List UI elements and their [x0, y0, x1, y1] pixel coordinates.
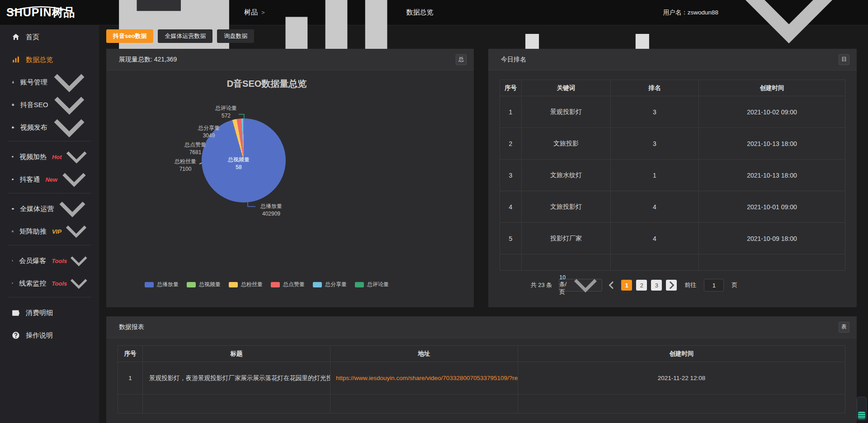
chevron-down-icon: [67, 249, 91, 273]
pie-label-value: 58: [228, 164, 250, 171]
goto-page-input[interactable]: [704, 279, 724, 291]
report-panel-header: 数据报表 表: [106, 316, 857, 338]
sidebar-item-matrix-boost[interactable]: 矩阵助推VIP: [0, 222, 99, 240]
sidebar-item-douketong[interactable]: 抖客通New: [0, 170, 99, 188]
table-cell: 2021-10-13 18:00: [699, 160, 845, 191]
grid-icon: [12, 230, 14, 232]
table-row: 1景观投影灯，夜游景观投影灯厂家展示展示落花灯在花园里的灯光投影应用效果 #ht…: [118, 362, 845, 395]
sidebar-item-label: 首页: [26, 33, 39, 42]
sidebar-item-label: 全媒体运营: [20, 205, 54, 213]
day-badge-button[interactable]: 日: [839, 54, 849, 65]
pie-label-fans: 总粉丝量 7100: [175, 158, 196, 173]
table-header-cell: 排名: [611, 80, 699, 96]
tabs: 抖音seo数据全媒体运营数据询盘数据: [106, 29, 857, 43]
table-header-cell: 创建时间: [518, 346, 845, 362]
legend-chip: [187, 282, 196, 287]
table-cell: 4: [500, 191, 522, 223]
table-header-cell: 地址: [330, 346, 518, 362]
prev-page-button[interactable]: [606, 280, 617, 291]
page-size-select[interactable]: 10条/页: [559, 279, 602, 291]
table-badge-button[interactable]: 表: [839, 322, 849, 333]
tab-douyin-seo-data[interactable]: 抖音seo数据: [106, 29, 153, 43]
legend-item[interactable]: 总播放量: [145, 281, 179, 288]
floating-widget-stripes: [858, 412, 865, 419]
chart-legend: 总播放量总视频量总粉丝量总点赞量总分享量总评论量: [145, 281, 389, 288]
next-page-button[interactable]: [666, 280, 677, 291]
sidebar-item-media-operation[interactable]: 全媒体运营: [0, 200, 99, 218]
sidebar-item-expense-detail[interactable]: 消费明细: [0, 304, 99, 322]
table-cell: 3: [611, 128, 699, 160]
table-cell: 4: [611, 191, 699, 223]
page-button-3[interactable]: 3: [651, 280, 662, 291]
table-row: 2文旅投影32021-10-13 18:00: [500, 128, 845, 160]
sidebar-item-help[interactable]: 操作说明: [0, 326, 99, 344]
table-cell: 4: [611, 223, 699, 254]
pie-label-value: 7681: [184, 149, 206, 156]
sidebar-item-label: 矩阵助推: [19, 227, 47, 236]
legend-chip: [229, 282, 238, 287]
pie-label-value: 402909: [260, 210, 282, 218]
sidebar-item-label: 账号管理: [20, 78, 47, 87]
pie-chart-area: D音SEO数据量总览 总评论量 572 总分享量: [106, 70, 474, 307]
table-header-cell: 序号: [118, 346, 143, 362]
sidebar-item-home[interactable]: 首页: [0, 28, 99, 46]
pie-label-name: 总播放量: [260, 202, 282, 210]
report-table: 序号 标题 地址 创建时间 1景观投影灯，夜游景观投影灯厂家展示展示落花灯在花园…: [118, 345, 845, 414]
table-cell: 2021-10-02 09:00: [699, 96, 845, 128]
total-badge-button[interactable]: 总: [456, 54, 467, 65]
pie-label-value: 572: [215, 112, 237, 120]
sidebar-divider: [8, 297, 91, 297]
member-icon: [12, 260, 13, 261]
legend-item[interactable]: 总评论量: [355, 281, 389, 288]
legend-chip: [145, 282, 154, 287]
table-cell: [330, 395, 518, 414]
sidebar-item-lead-monitor[interactable]: 线索监控Tools: [0, 274, 99, 292]
sidebar-item-video-publish[interactable]: 视频发布: [0, 118, 99, 136]
goto-page-suffix: 页: [731, 281, 737, 289]
table-cell: [500, 254, 522, 271]
table-cell: [522, 254, 611, 271]
home-icon: [12, 33, 20, 41]
table-cell: 2021-10-01 09:00: [699, 191, 845, 223]
sidebar-item-label: 会员爆客: [19, 257, 46, 265]
table-cell: 文旅水纹灯: [522, 160, 611, 191]
table-cell: 景观投影灯: [522, 96, 611, 128]
legend-item[interactable]: 总分享量: [313, 281, 347, 288]
sidebar-item-badge: Tools: [52, 280, 67, 287]
sidebar: 首页数据总览账号管理抖音SEO视频发布视频加热Hot抖客通New全媒体运营矩阵助…: [0, 25, 99, 423]
legend-item[interactable]: 总粉丝量: [229, 281, 263, 288]
table-cell: [611, 254, 699, 271]
legend-label: 总评论量: [367, 281, 389, 288]
report-title-cell: 景观投影灯，夜游景观投影灯厂家展示展示落花灯在花园里的灯光投影应用效果 #: [143, 362, 330, 395]
legend-label: 总点赞量: [283, 281, 305, 288]
tab-media-operation-data[interactable]: 全媒体运营数据: [158, 29, 212, 43]
sidebar-item-badge: VIP: [52, 228, 61, 235]
sidebar-item-label: 视频加热: [19, 153, 47, 161]
impressions-panel-header: 展现量总数: 421,369 总: [106, 49, 474, 70]
legend-item[interactable]: 总点赞量: [271, 281, 305, 288]
table-row-empty: [500, 254, 845, 271]
floating-widget[interactable]: [857, 397, 867, 420]
legend-chip: [313, 282, 322, 287]
page-button-2[interactable]: 2: [636, 280, 647, 291]
table-cell: 1: [500, 96, 522, 128]
report-time-cell: 2021-11-22 12:08: [518, 362, 845, 395]
pie-label-videos: 总视频量 58: [228, 156, 250, 171]
sidebar-item-badge: Hot: [52, 154, 62, 160]
table-cell: 文旅投影: [522, 128, 611, 160]
user-icon: [12, 81, 14, 84]
ranking-panel-header: 今日排名 日: [488, 49, 857, 70]
tab-inquiry-data[interactable]: 询盘数据: [217, 29, 254, 43]
gear-icon: [12, 103, 14, 106]
table-row: 3文旅水纹灯12021-10-13 18:00: [500, 160, 845, 191]
legend-item[interactable]: 总视频量: [187, 281, 221, 288]
page-button-1[interactable]: 1: [621, 280, 632, 291]
page-buttons: 123: [621, 280, 662, 291]
sidebar-item-member-burst[interactable]: 会员爆客Tools: [0, 252, 99, 270]
help-icon: [12, 331, 20, 339]
app: SHUPIN树品 树品 > 数据总览 用户名：zswodun88 首页数据总览账…: [0, 0, 868, 423]
page-size-value: 10条/页: [559, 274, 566, 296]
sidebar-item-label: 操作说明: [26, 331, 53, 340]
pie-label-name: 总分享量: [198, 124, 220, 132]
report-link[interactable]: https://www.iesdouyin.com/share/video/70…: [336, 375, 518, 381]
